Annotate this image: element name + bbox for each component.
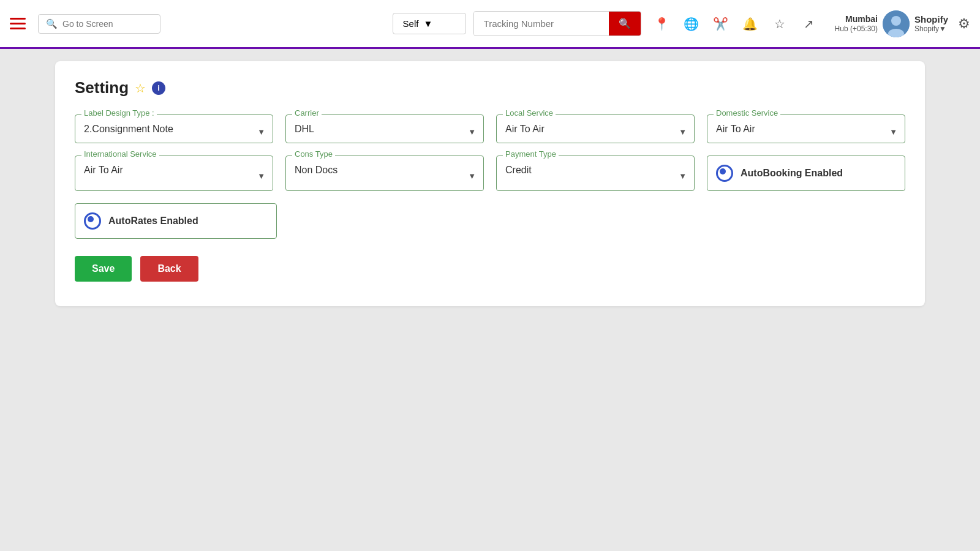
autobooking-toggle[interactable] <box>716 165 733 182</box>
tracking-container: 🔍 <box>473 11 641 36</box>
field-row-3: AutoRates Enabled <box>75 203 905 239</box>
payment-type-label: Payment Type <box>503 149 559 159</box>
autobooking-label: AutoBooking Enabled <box>741 168 843 179</box>
autorates-toggle[interactable] <box>84 212 101 230</box>
location-icon-button[interactable]: 📍 <box>649 10 676 37</box>
save-button[interactable]: Save <box>75 256 132 282</box>
local-service-label: Local Service <box>503 108 556 118</box>
domestic-service-field: Domestic Service Air To Air Ground Expre… <box>707 114 905 143</box>
scissors-icon-button[interactable]: ✂️ <box>707 10 734 37</box>
domestic-service-label: Domestic Service <box>714 108 780 118</box>
label-design-type-field: Label Design Type : 2.Consignment Note 1… <box>75 114 273 143</box>
svg-point-1 <box>891 16 901 26</box>
payment-type-select[interactable]: Credit Debit Cash <box>505 161 685 178</box>
cons-type-label: Cons Type <box>292 149 335 159</box>
tracking-search-button[interactable]: 🔍 <box>609 12 641 36</box>
nav-icons: 📍 🌐 ✂️ 🔔 ☆ ↗ <box>649 10 823 37</box>
top-navigation: 🔍 Self ▼ 🔍 📍 🌐 ✂️ 🔔 ☆ ↗ Mumbai Hub (+05:… <box>0 0 980 49</box>
user-sub: Shopify▼ <box>914 24 946 33</box>
payment-type-field: Payment Type Credit Debit Cash ▼ <box>496 156 695 191</box>
self-dropdown[interactable]: Self ▼ <box>393 13 466 34</box>
settings-card: Setting ☆ i Label Design Type : 2.Consig… <box>55 61 925 306</box>
info-icon[interactable]: i <box>152 81 165 95</box>
local-service-field: Local Service Air To Air Ground Express … <box>496 114 695 143</box>
user-location: Mumbai Hub (+05:30) <box>835 13 878 34</box>
star-icon-button[interactable]: ☆ <box>766 10 793 37</box>
search-input[interactable] <box>62 19 153 29</box>
search-icon: 🔍 <box>619 18 631 29</box>
carrier-field: Carrier DHL FedEx UPS ▼ <box>285 114 484 143</box>
carrier-label: Carrier <box>292 108 322 118</box>
button-row: Save Back <box>75 256 905 282</box>
favorite-star-icon[interactable]: ☆ <box>135 81 146 96</box>
local-service-select[interactable]: Air To Air Ground Express <box>505 120 685 137</box>
domestic-service-select[interactable]: Air To Air Ground Express <box>716 120 896 137</box>
international-service-field: International Service Air To Air Ground … <box>75 156 273 191</box>
user-hub: Hub (+05:30) <box>835 24 878 34</box>
external-link-icon-button[interactable]: ↗ <box>796 10 823 37</box>
globe-icon-button[interactable]: 🌐 <box>678 10 705 37</box>
carrier-select[interactable]: DHL FedEx UPS <box>295 120 475 137</box>
settings-gear-icon[interactable]: ⚙ <box>958 16 970 32</box>
international-service-select[interactable]: Air To Air Ground Express <box>84 161 264 178</box>
page-title: Setting <box>75 78 129 97</box>
page-title-row: Setting ☆ i <box>75 78 905 97</box>
self-label: Self <box>403 18 419 29</box>
tracking-input[interactable] <box>474 12 609 35</box>
field-row-1: Label Design Type : 2.Consignment Note 1… <box>75 114 905 143</box>
cons-type-select[interactable]: Non Docs Docs <box>295 161 475 178</box>
user-brand: Shopify <box>914 14 948 24</box>
autorates-label: AutoRates Enabled <box>108 216 198 227</box>
label-design-type-label: Label Design Type : <box>81 108 157 118</box>
international-service-label: International Service <box>81 149 159 159</box>
user-info: Mumbai Hub (+05:30) Shopify Shopify▼ <box>835 10 948 37</box>
hamburger-menu[interactable] <box>10 18 26 29</box>
avatar[interactable] <box>883 10 910 37</box>
cons-type-field: Cons Type Non Docs Docs ▼ <box>285 156 484 191</box>
label-design-type-select[interactable]: 2.Consignment Note 1.Label 3.Other <box>84 120 264 137</box>
user-name-area[interactable]: Shopify Shopify▼ <box>914 14 948 33</box>
chevron-down-icon: ▼ <box>423 18 432 29</box>
main-content: Setting ☆ i Label Design Type : 2.Consig… <box>0 49 980 551</box>
search-icon: 🔍 <box>46 18 58 29</box>
search-bar: 🔍 <box>38 14 160 34</box>
autorates-toggle-field: AutoRates Enabled <box>75 203 277 239</box>
field-row-2: International Service Air To Air Ground … <box>75 156 905 191</box>
user-city: Mumbai <box>835 13 878 24</box>
back-button[interactable]: Back <box>140 256 198 282</box>
bell-icon-button[interactable]: 🔔 <box>737 10 764 37</box>
autobooking-toggle-field: AutoBooking Enabled <box>707 156 905 191</box>
